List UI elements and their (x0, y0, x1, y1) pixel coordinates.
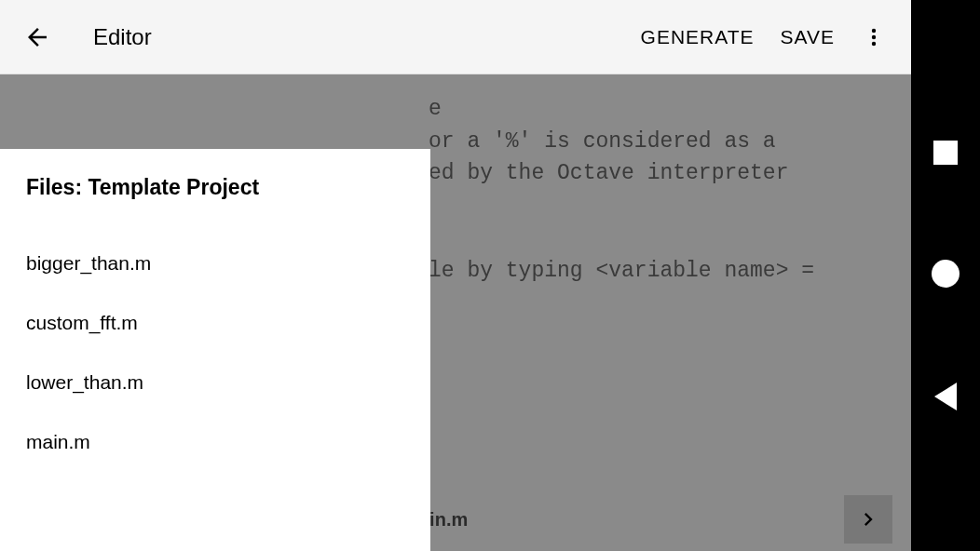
svg-point-1 (872, 34, 876, 38)
more-vert-icon (863, 26, 885, 48)
chevron-right-icon (855, 506, 881, 532)
file-item[interactable]: custom_fft.m (26, 293, 404, 353)
file-drawer: Files: Template Project bigger_than.m cu… (0, 149, 430, 551)
arrow-left-icon (23, 23, 51, 51)
recent-apps-button[interactable] (933, 141, 958, 165)
app-bar: Editor GENERATE SAVE (0, 0, 911, 74)
file-item[interactable]: main.m (26, 412, 404, 472)
file-item[interactable]: bigger_than.m (26, 234, 404, 293)
editor-line: e (28, 93, 883, 126)
svg-point-2 (872, 41, 876, 45)
back-nav-button[interactable] (934, 383, 957, 410)
drawer-title: Files: Template Project (26, 175, 404, 200)
page-title: Editor (93, 24, 628, 50)
home-button[interactable] (932, 260, 960, 288)
generate-button[interactable]: GENERATE (628, 26, 768, 48)
save-button[interactable]: SAVE (768, 26, 848, 48)
android-nav-bar (911, 0, 980, 551)
overflow-menu-button[interactable] (855, 19, 892, 56)
file-item[interactable]: lower_than.m (26, 353, 404, 412)
back-button[interactable] (19, 19, 56, 56)
svg-point-0 (872, 28, 876, 32)
next-button[interactable] (844, 495, 892, 544)
